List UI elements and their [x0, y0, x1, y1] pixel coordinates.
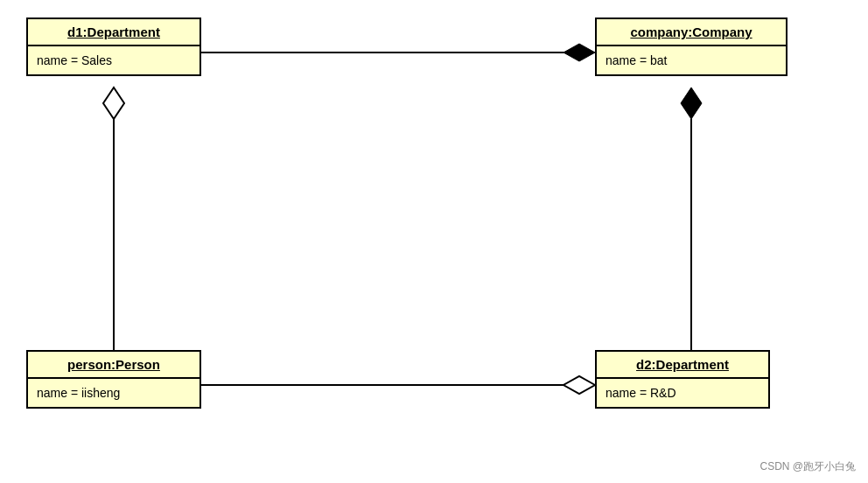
box-person-title: person:Person [28, 352, 200, 379]
box-d2-body: name = R&D [597, 379, 768, 407]
filled-diamond-d2-company [681, 88, 702, 119]
box-d1-body: name = Sales [28, 46, 200, 74]
box-company-title: company:Company [597, 19, 786, 46]
box-person-body: name = iisheng [28, 379, 200, 407]
box-company-body: name = bat [597, 46, 786, 74]
box-d2: d2:Department name = R&D [595, 350, 770, 409]
box-d2-title: d2:Department [597, 352, 768, 379]
diagram-area: d1:Department name = Sales company:Compa… [0, 0, 868, 483]
open-diamond-person-d2 [564, 376, 595, 394]
watermark: CSDN @跑牙小白兔 [760, 459, 856, 474]
box-d1-title: d1:Department [28, 19, 200, 46]
open-diamond-d1-person [103, 88, 124, 119]
box-d1: d1:Department name = Sales [26, 18, 201, 76]
box-person: person:Person name = iisheng [26, 350, 201, 409]
box-company: company:Company name = bat [595, 18, 788, 76]
filled-diamond-d1-company [564, 44, 595, 61]
